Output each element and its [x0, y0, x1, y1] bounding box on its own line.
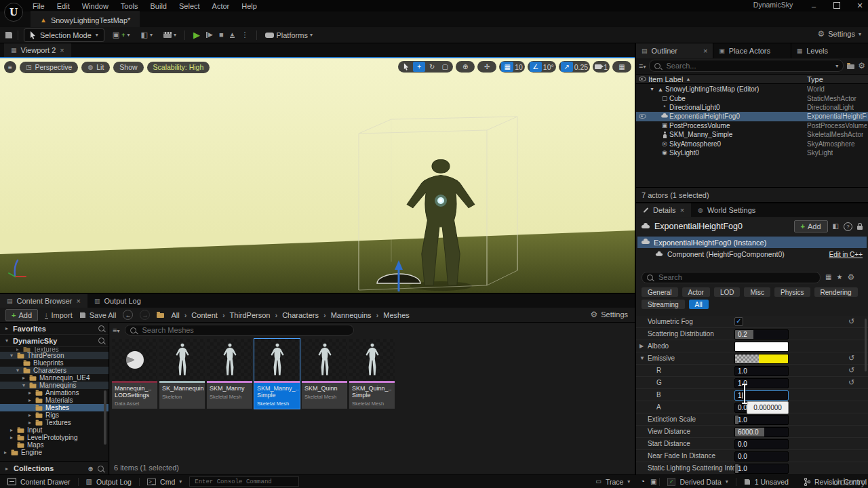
- world-space-icon[interactable]: ⊕: [459, 62, 471, 72]
- tree-expander-icon[interactable]: ▸: [15, 347, 20, 352]
- blueprint-convert-icon[interactable]: ◧: [833, 223, 839, 230]
- grid-snap-control[interactable]: ▦ 10: [499, 61, 525, 73]
- cinematics-dropdown[interactable]: ▾: [161, 32, 179, 38]
- value-box[interactable]: 1.0: [734, 366, 789, 376]
- property-value[interactable]: ✓: [734, 317, 787, 326]
- menu-edit[interactable]: Edit: [52, 1, 75, 12]
- tree-expander-icon[interactable]: ▸: [27, 420, 33, 426]
- details-search-box[interactable]: [642, 272, 821, 283]
- unsaved-button[interactable]: 1 Unsaved: [736, 475, 796, 488]
- breadcrumb-item-content[interactable]: Content: [191, 311, 218, 319]
- details-scrollbar[interactable]: [865, 319, 867, 371]
- import-button[interactable]: ↓ Import: [45, 311, 73, 319]
- filter-general[interactable]: General: [642, 287, 678, 297]
- save-icon[interactable]: [5, 32, 12, 39]
- instance-row[interactable]: ExponentialHeightFog0 (Instance): [637, 237, 867, 248]
- asset-tile-skm-manny-simple[interactable]: SKM_Manny_..SimpleSkeletal Mesh: [254, 339, 300, 409]
- rotation-snap-control[interactable]: ∠ 10°: [528, 61, 556, 73]
- outliner-search-box[interactable]: ▾: [649, 60, 844, 72]
- filter-physics[interactable]: Physics: [774, 287, 810, 297]
- menu-file[interactable]: File: [27, 1, 50, 12]
- content-browser-close-icon[interactable]: ×: [76, 297, 80, 305]
- edit-in-cpp-link[interactable]: Edit in C++: [829, 251, 863, 258]
- details-close-icon[interactable]: ×: [680, 206, 684, 214]
- maximize-viewport-icon[interactable]: ▦: [616, 62, 628, 72]
- value-slider[interactable]: 6000.0: [734, 427, 789, 437]
- tree-folder-characters[interactable]: ▾Characters: [0, 367, 108, 374]
- search-options-icon[interactable]: ▾: [835, 63, 838, 69]
- breadcrumb-item-mannequins[interactable]: Mannequins: [331, 311, 372, 319]
- tab-world-settings[interactable]: ◍ World Settings: [691, 203, 762, 217]
- asset-tile-skm-manny[interactable]: SKM_MannySkeletal Mesh: [207, 339, 252, 409]
- play-options-icon[interactable]: ⋮: [241, 31, 248, 39]
- unreal-logo-icon[interactable]: U: [4, 3, 23, 22]
- outliner-search-input[interactable]: [665, 61, 831, 70]
- angle-snap-value[interactable]: 10°: [543, 63, 554, 71]
- reset-to-default-icon[interactable]: ↺: [848, 366, 854, 375]
- outliner-column-header[interactable]: Item Label ▲ Type: [636, 74, 868, 84]
- tree-expander-icon[interactable]: ▾: [21, 382, 26, 388]
- selection-mode-dropdown[interactable]: Selection Mode ▾: [24, 28, 104, 42]
- reset-to-default-icon[interactable]: ↺: [848, 317, 854, 326]
- blueprints-dropdown[interactable]: ◧▾: [138, 31, 155, 39]
- menu-build[interactable]: Build: [145, 1, 172, 12]
- tab-place-actors[interactable]: ▣ Place Actors: [713, 43, 790, 58]
- asset-tile-skm-quinn[interactable]: SKM_QuinnSkeletal Mesh: [302, 339, 347, 409]
- property-value[interactable]: [734, 354, 787, 363]
- tree-folder-input[interactable]: ▸Input: [0, 426, 108, 434]
- property-value[interactable]: 1.0: [734, 366, 787, 375]
- perspective-dropdown[interactable]: ◳ Perspective: [20, 62, 78, 73]
- outliner-row-skylight0[interactable]: ◉SkyLight0SkyLight: [636, 148, 868, 157]
- platforms-dropdown[interactable]: Platforms ▾: [262, 31, 315, 39]
- value-slider[interactable]: 0.0: [734, 439, 789, 449]
- property-value[interactable]: 6000.0: [734, 427, 787, 436]
- console-command-box[interactable]: [189, 476, 299, 487]
- tab-content-browser[interactable]: ▤ Content Browser ×: [0, 294, 87, 308]
- lock-icon[interactable]: [857, 226, 863, 230]
- tree-expander-icon[interactable]: ▸: [27, 397, 33, 403]
- tree-folder-blueprints[interactable]: Blueprints: [0, 359, 108, 367]
- tree-expander-icon[interactable]: ▾: [15, 367, 20, 373]
- reset-to-default-icon[interactable]: ↺: [848, 354, 854, 363]
- property-value[interactable]: [734, 342, 787, 350]
- outliner-close-icon[interactable]: ×: [703, 47, 707, 55]
- outliner-row-postprocessvolume[interactable]: ▣PostProcessVolumePostProcessVolume: [636, 121, 868, 130]
- select-tool-icon[interactable]: [400, 62, 412, 72]
- add-component-button[interactable]: +Add: [794, 220, 828, 232]
- tree-folder-textures[interactable]: ▸Textures: [0, 347, 108, 352]
- outliner-row-skm-manny-simple[interactable]: SKM_Manny_SimpleSkeletalMeshActor: [636, 130, 868, 139]
- checkbox[interactable]: ✓: [734, 317, 743, 326]
- filter-actor[interactable]: Actor: [682, 287, 710, 297]
- value-slider[interactable]: 0.0: [734, 451, 789, 462]
- camera-speed-value[interactable]: 1: [604, 63, 608, 71]
- search-icon[interactable]: [98, 466, 104, 472]
- menu-help[interactable]: Help: [236, 1, 262, 12]
- viewport-tab-close-icon[interactable]: ×: [60, 46, 64, 54]
- filter-misc[interactable]: Misc: [744, 287, 770, 297]
- tree-folder-animations[interactable]: ▸Animations: [0, 389, 108, 396]
- stop-button[interactable]: ■: [219, 31, 224, 39]
- menu-select[interactable]: Select: [174, 1, 205, 12]
- insights-icon[interactable]: ◔: [640, 478, 645, 485]
- tree-scrollbar[interactable]: [104, 390, 106, 445]
- outliner-row-cube[interactable]: ▢CubeStaticMeshActor: [636, 94, 868, 102]
- move-tool-icon[interactable]: +: [413, 62, 425, 72]
- tree-expander-icon[interactable]: ▸: [27, 412, 33, 418]
- forward-button[interactable]: →: [140, 310, 150, 320]
- tree-expander-icon[interactable]: ▸: [9, 427, 14, 433]
- component-row[interactable]: Component (HeightFogComponent0) Edit in …: [637, 249, 867, 260]
- asset-search-box[interactable]: [125, 325, 354, 336]
- menu-actor[interactable]: Actor: [207, 1, 235, 12]
- save-all-button[interactable]: Save All: [79, 311, 117, 319]
- content-browser-settings-button[interactable]: ⚙ Settings: [590, 310, 628, 319]
- breadcrumb-item-characters[interactable]: Characters: [282, 311, 319, 319]
- tree-folder-thirdperson[interactable]: ▾ThirdPerson: [0, 352, 108, 359]
- project-section[interactable]: ▾ DynamicSky: [0, 335, 108, 347]
- outliner-settings-icon[interactable]: ⚙: [858, 62, 865, 70]
- search-icon[interactable]: [98, 338, 104, 344]
- filter-rendering[interactable]: Rendering: [814, 287, 858, 297]
- visibility-toggle[interactable]: [637, 114, 647, 119]
- add-actor-dropdown[interactable]: ▣+▾: [110, 31, 133, 39]
- minimize-button[interactable]: –: [810, 2, 818, 10]
- scale-snap-control[interactable]: ↗ 0.25: [559, 61, 590, 73]
